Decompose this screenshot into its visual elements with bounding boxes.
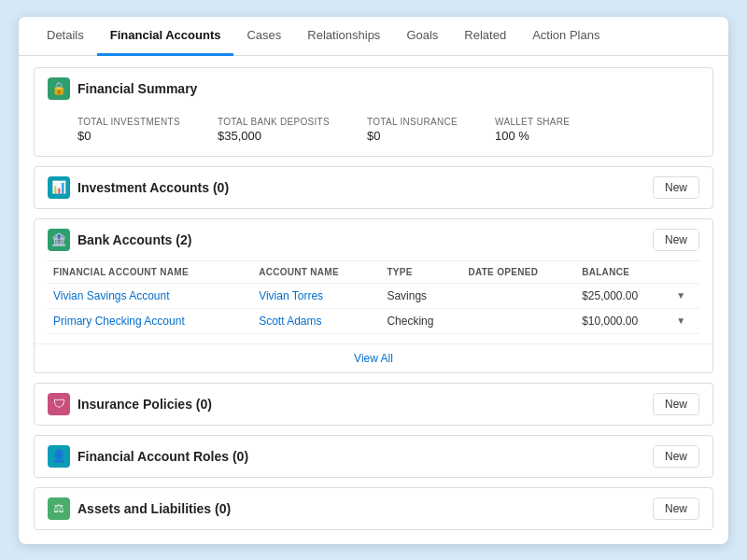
row1-financial-account-name[interactable]: Vivian Savings Account [48,283,253,308]
financial-account-roles-header: 👤 Financial Account Roles (0) New [35,436,712,477]
financial-summary-title: Financial Summary [78,81,197,96]
col-type: TYPE [381,260,462,283]
stat-wallet-share-label: WALLET SHARE [495,117,570,127]
bank-accounts-new-button[interactable]: New [653,229,699,251]
assets-liabilities-section: ⚖ Assets and Liabilities (0) New [34,487,713,530]
insurance-policies-title-group: 🛡 Insurance Policies (0) [48,393,212,415]
stat-total-investments: TOTAL INVESTMENTS $0 [78,117,180,143]
bank-accounts-table-container: FINANCIAL ACCOUNT NAME ACCOUNT NAME TYPE… [35,260,712,343]
insurance-policies-header: 🛡 Insurance Policies (0) New [35,384,712,425]
bank-accounts-title-group: 🏦 Bank Accounts (2) [48,229,191,251]
tab-related[interactable]: Related [451,17,519,56]
table-row: Vivian Savings Account Vivian Torres Sav… [48,283,699,308]
bank-accounts-title: Bank Accounts (2) [78,232,191,247]
financial-account-roles-section: 👤 Financial Account Roles (0) New [34,435,713,478]
investment-accounts-title: Investment Accounts (0) [78,180,229,195]
row1-dropdown-arrow[interactable]: ▼ [670,283,699,308]
row2-date-opened [462,308,576,333]
insurance-policies-icon: 🛡 [48,393,70,415]
assets-liabilities-title: Assets and Liabilities (0) [78,501,231,516]
financial-summary-icon: 🔒 [48,77,70,100]
main-card: Details Financial Accounts Cases Relatio… [19,17,728,544]
assets-liabilities-icon: ⚖ [48,497,70,520]
row2-type: Checking [381,308,462,333]
financial-summary-section: 🔒 Financial Summary TOTAL INVESTMENTS $0… [34,67,713,157]
content-area: 🔒 Financial Summary TOTAL INVESTMENTS $0… [19,56,728,544]
investment-accounts-new-button[interactable]: New [653,176,699,199]
row2-account-name[interactable]: Scott Adams [253,308,381,333]
col-actions [670,260,699,283]
insurance-policies-title: Insurance Policies (0) [78,397,212,412]
row1-type: Savings [381,283,462,308]
tab-details[interactable]: Details [34,17,97,56]
row2-dropdown-arrow[interactable]: ▼ [670,308,699,333]
financial-account-roles-new-button[interactable]: New [653,445,699,468]
bank-accounts-section: 🏦 Bank Accounts (2) New FINANCIAL ACCOUN… [34,218,713,373]
row2-balance: $10,000.00 [576,308,670,333]
assets-liabilities-title-group: ⚖ Assets and Liabilities (0) [48,497,231,520]
stat-total-bank-deposits: TOTAL BANK DEPOSITS $35,000 [218,117,330,143]
tab-relationships[interactable]: Relationships [294,17,393,56]
col-date-opened: DATE OPENED [462,260,576,283]
investment-accounts-section: 📊 Investment Accounts (0) New [34,166,713,209]
bank-accounts-view-all[interactable]: View All [35,343,712,372]
financial-summary-header: 🔒 Financial Summary [35,68,712,109]
financial-account-roles-icon: 👤 [48,445,70,468]
stat-total-investments-label: TOTAL INVESTMENTS [78,117,180,127]
insurance-policies-section: 🛡 Insurance Policies (0) New [34,383,713,426]
investment-accounts-title-group: 📊 Investment Accounts (0) [48,176,229,199]
stat-bank-deposits-label: TOTAL BANK DEPOSITS [218,117,330,127]
col-account-name: ACCOUNT NAME [253,260,381,283]
bank-accounts-icon: 🏦 [48,229,70,251]
tab-action-plans[interactable]: Action Plans [519,17,613,56]
bank-accounts-header: 🏦 Bank Accounts (2) New [35,219,712,260]
insurance-policies-new-button[interactable]: New [653,393,699,415]
financial-account-roles-title: Financial Account Roles (0) [78,449,248,464]
row2-financial-account-name[interactable]: Primary Checking Account [48,308,253,333]
tabs-bar: Details Financial Accounts Cases Relatio… [19,17,728,56]
stat-total-investments-value: $0 [78,129,180,143]
stat-wallet-share-value: 100 % [495,129,570,143]
assets-liabilities-new-button[interactable]: New [653,497,699,520]
stat-wallet-share: WALLET SHARE 100 % [495,117,570,143]
row1-balance: $25,000.00 [576,283,670,308]
stat-bank-deposits-value: $35,000 [218,129,330,143]
financial-summary-title-group: 🔒 Financial Summary [48,77,197,100]
financial-summary-stats: TOTAL INVESTMENTS $0 TOTAL BANK DEPOSITS… [35,109,712,156]
tab-goals[interactable]: Goals [393,17,451,56]
investment-accounts-icon: 📊 [48,176,70,199]
tab-cases[interactable]: Cases [233,17,294,56]
table-row: Primary Checking Account Scott Adams Che… [48,308,699,333]
stat-insurance-label: TOTAL INSURANCE [367,117,458,127]
financial-account-roles-title-group: 👤 Financial Account Roles (0) [48,445,248,468]
bank-accounts-table: FINANCIAL ACCOUNT NAME ACCOUNT NAME TYPE… [48,260,699,334]
stat-total-insurance: TOTAL INSURANCE $0 [367,117,458,143]
stat-insurance-value: $0 [367,129,458,143]
assets-liabilities-header: ⚖ Assets and Liabilities (0) New [35,488,712,529]
col-financial-account-name: FINANCIAL ACCOUNT NAME [48,260,253,283]
row1-account-name[interactable]: Vivian Torres [253,283,381,308]
tab-financial-accounts[interactable]: Financial Accounts [97,17,234,56]
investment-accounts-header: 📊 Investment Accounts (0) New [35,167,712,208]
row1-date-opened [462,283,576,308]
col-balance: BALANCE [576,260,670,283]
